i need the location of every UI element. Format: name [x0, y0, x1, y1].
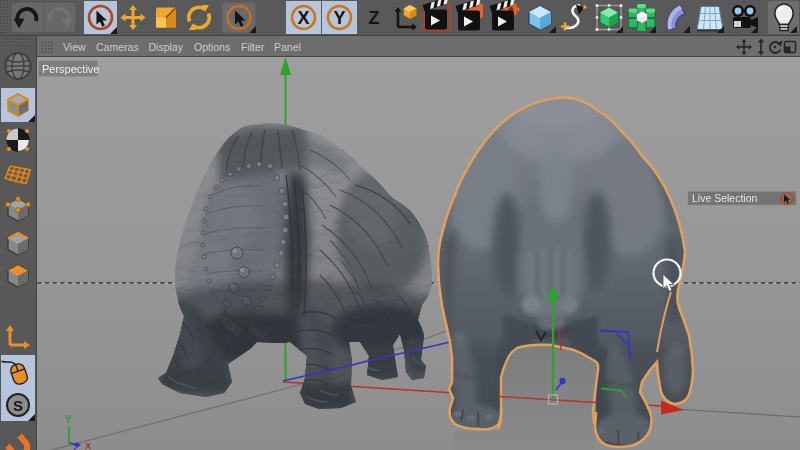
svg-text:Z: Z	[73, 443, 79, 450]
svg-text:Options: Options	[194, 41, 230, 53]
svg-text:Panel: Panel	[274, 41, 301, 53]
svg-text:Perspective: Perspective	[42, 63, 99, 75]
svg-text:Y: Y	[65, 414, 72, 425]
svg-text:Cameras: Cameras	[96, 41, 139, 53]
svg-text:Live Selection: Live Selection	[692, 192, 758, 204]
svg-text:X: X	[85, 441, 91, 450]
svg-text:Filter: Filter	[241, 41, 265, 53]
svg-text:Display: Display	[149, 41, 184, 53]
svg-text:X: X	[297, 8, 309, 28]
svg-text:View: View	[63, 41, 86, 53]
svg-text:Y: Y	[333, 8, 345, 28]
svg-text:S: S	[13, 397, 23, 414]
svg-text:Z: Z	[369, 8, 380, 28]
